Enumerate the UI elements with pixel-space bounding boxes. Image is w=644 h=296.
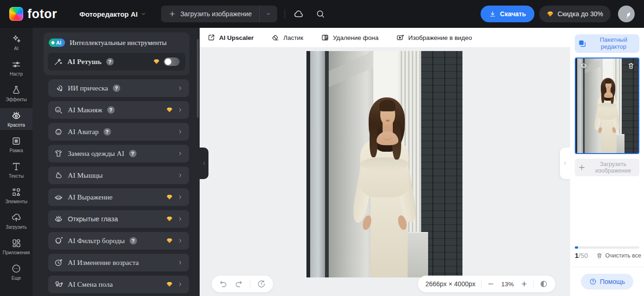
collapse-left-panel-handle[interactable] <box>200 148 208 179</box>
sidebar-item-рамка[interactable]: Рамка <box>0 134 33 155</box>
clear-all-button[interactable]: Очистить все <box>596 252 641 259</box>
canvas-tabbar: AI UpscalerЛастикУдаление фонаИзображени… <box>200 28 570 48</box>
tool-item[interactable]: Открытые глаза <box>48 210 189 228</box>
zoom-out-icon[interactable] <box>487 280 494 288</box>
age-clock-icon <box>54 258 63 267</box>
batch-editor-icon <box>578 39 587 48</box>
panel-scrollbar[interactable] <box>197 39 199 118</box>
photo-layer <box>360 157 409 171</box>
tool-item[interactable]: AI Изменение возраста <box>48 254 189 271</box>
photo-layer <box>605 79 611 84</box>
panel-upload-label: Загрузить изображение <box>590 161 637 174</box>
sidebar-item-эффекты[interactable]: Эффекты <box>0 83 33 104</box>
upload-image-button[interactable]: Загрузить изображение <box>161 6 259 22</box>
help-icon[interactable]: ? <box>113 84 120 92</box>
premium-diamond-icon <box>167 195 172 199</box>
cloud-icon[interactable] <box>293 9 304 19</box>
canvas-area: AI UpscalerЛастикУдаление фонаИзображени… <box>200 28 570 296</box>
tool-item[interactable]: AI Смена пола <box>48 276 189 293</box>
tool-item[interactable]: AI Мышцы <box>48 167 189 184</box>
download-icon <box>489 10 496 18</box>
chevron-left-icon <box>202 161 207 166</box>
help-icon[interactable]: ? <box>104 128 111 135</box>
sidebar-item-ai[interactable]: AI <box>0 32 33 53</box>
tool-item[interactable]: AI Ретушь? <box>48 53 185 71</box>
fotor-logo[interactable]: fotor <box>9 7 57 21</box>
sidebar-item-элементы[interactable]: Элементы <box>0 185 33 206</box>
smart-tools-header: AI Интеллектуальные инструменты <box>49 36 184 49</box>
thumbnail-photo <box>576 58 638 153</box>
batch-editor-button[interactable]: Пакетный редактор <box>575 34 639 53</box>
collapse-right-panel-handle[interactable] <box>560 148 570 179</box>
undo-icon[interactable] <box>219 280 228 288</box>
adjust-icon <box>11 59 21 70</box>
toggle-switch[interactable] <box>164 58 180 66</box>
help-footer: Помощь <box>570 267 644 296</box>
chevron-right-icon <box>177 129 183 135</box>
help-icon[interactable]: ? <box>106 58 114 65</box>
history-icon[interactable] <box>257 280 266 288</box>
tab-удаление-фона[interactable]: Удаление фона <box>321 33 378 42</box>
sidebar-item-загрузить[interactable]: Загрузить <box>0 210 33 232</box>
makeup-icon <box>54 105 63 115</box>
photo-layer <box>379 100 396 111</box>
search-icon[interactable] <box>316 9 325 19</box>
delete-image-icon[interactable] <box>627 62 635 70</box>
tool-item-label: AI Мышцы <box>68 171 103 180</box>
help-icon[interactable]: ? <box>129 150 137 157</box>
bird-icon <box>622 9 631 19</box>
image-thumbnail[interactable] <box>575 58 639 154</box>
smart-tools-title: Интеллектуальные инструменты <box>70 39 167 47</box>
redo-icon[interactable] <box>234 280 243 288</box>
sidebar-item-настр[interactable]: Настр <box>0 57 33 79</box>
tool-item[interactable]: AI Выражение <box>48 188 189 206</box>
photo-layer <box>306 51 310 277</box>
clear-all-label: Очистить все <box>605 252 641 259</box>
tab-ластик[interactable]: Ластик <box>271 33 303 42</box>
chevron-right-icon <box>177 216 183 222</box>
image-counter: 1/50 <box>575 252 588 259</box>
bg-remove-icon <box>321 33 329 42</box>
help-icon[interactable]: ? <box>107 106 115 114</box>
tool-item[interactable]: AI Аватар? <box>48 123 189 141</box>
upload-options-button[interactable] <box>259 6 277 22</box>
tool-item-label: Открытые глаза <box>68 215 118 223</box>
tool-item[interactable]: Замена одежды AI? <box>48 145 189 162</box>
tool-item-label: AI Аватар <box>68 128 99 136</box>
tab-изображение-в-видео[interactable]: Изображение в видео <box>396 33 472 42</box>
premium-diamond-icon <box>167 108 172 112</box>
download-button[interactable]: Скачать <box>481 6 534 22</box>
sidebar-item-еще[interactable]: Еще <box>0 261 33 283</box>
sidebar-item-красота[interactable]: Красота <box>0 108 33 130</box>
zoom-in-icon[interactable] <box>520 280 528 288</box>
toolbar-divider <box>250 280 250 288</box>
sidebar-item-тексты[interactable]: Тексты <box>0 159 33 181</box>
tab-label: Удаление фона <box>333 34 378 41</box>
tab-ai-upscaler[interactable]: AI Upscaler <box>207 33 254 42</box>
tool-item-label: AI Макияж <box>68 106 103 114</box>
discount-button[interactable]: Скидка до 30% <box>539 6 611 22</box>
sidebar-item-label: Красота <box>7 122 25 128</box>
user-avatar[interactable] <box>618 6 635 22</box>
sidebar-item-приложения[interactable]: Приложения <box>0 236 33 257</box>
compare-icon[interactable] <box>540 280 548 288</box>
sidebar-item-label: Эффекты <box>6 97 26 102</box>
tool-item[interactable]: AI Фильтр бороды? <box>48 232 189 250</box>
help-icon[interactable]: ? <box>130 237 137 245</box>
tool-item[interactable]: ИИ прическа? <box>48 79 189 97</box>
eraser-icon <box>271 33 280 42</box>
tool-item[interactable]: AI Макияж? <box>48 101 189 119</box>
help-button[interactable]: Помощь <box>581 274 633 290</box>
panel-upload-button[interactable]: Загрузить изображение <box>575 159 639 176</box>
ai-magic-icon <box>11 34 21 44</box>
right-panel: Пакетный редактор Загрузить изображение … <box>570 28 644 296</box>
counter-current: 1 <box>575 252 579 259</box>
history-toolbar <box>212 276 273 292</box>
question-icon <box>589 278 597 285</box>
chevron-right-icon <box>562 161 568 166</box>
photo-preview[interactable] <box>306 51 462 277</box>
layers-icon[interactable] <box>579 62 588 71</box>
tool-item-label: AI Изменение возраста <box>68 258 139 267</box>
tool-item-label: ИИ прическа <box>68 84 108 92</box>
editor-menu[interactable]: Фоторедактор AI <box>79 10 146 18</box>
